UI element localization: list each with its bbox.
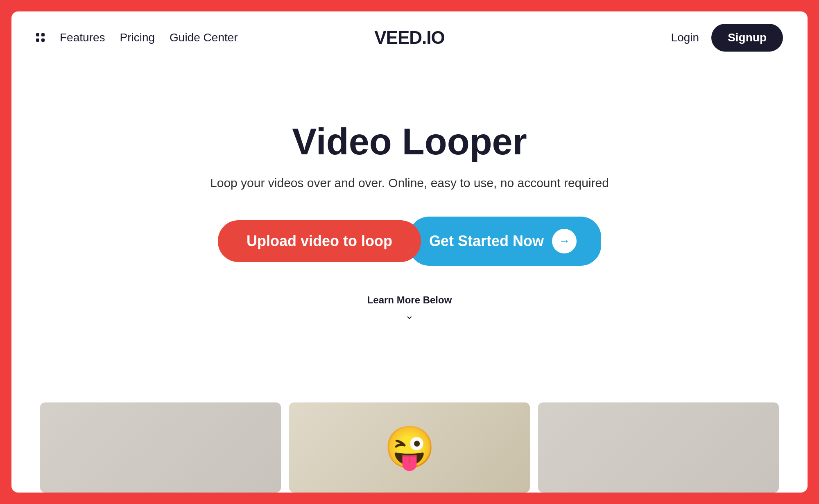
- learn-more: Learn More Below ⌄: [367, 294, 452, 321]
- thumbnails-row: 😜: [11, 402, 808, 493]
- thumbnail-right: [538, 402, 779, 493]
- thumbnail-center: 😜: [289, 402, 530, 493]
- dot-4: [41, 38, 45, 42]
- chevron-down-icon[interactable]: ⌄: [405, 310, 414, 321]
- hero-section: Video Looper Loop your videos over and o…: [11, 64, 808, 402]
- signup-button[interactable]: Signup: [711, 24, 783, 52]
- outer-frame: Features Pricing Guide Center VEED.IO Lo…: [0, 0, 819, 504]
- learn-more-text: Learn More Below: [367, 294, 452, 306]
- get-started-label: Get Started Now: [429, 233, 544, 250]
- login-button[interactable]: Login: [671, 31, 699, 44]
- site-logo[interactable]: VEED.IO: [374, 27, 445, 48]
- get-started-button[interactable]: Get Started Now →: [409, 217, 601, 266]
- emoji-balloon-icon: 😜: [384, 423, 435, 472]
- arrow-circle: →: [552, 229, 577, 253]
- arrow-right-icon: →: [559, 235, 570, 248]
- navbar: Features Pricing Guide Center VEED.IO Lo…: [11, 11, 808, 64]
- dot-3: [36, 38, 39, 42]
- thumbnail-left: [40, 402, 281, 493]
- hero-subtitle: Loop your videos over and over. Online, …: [210, 174, 609, 192]
- inner-card: Features Pricing Guide Center VEED.IO Lo…: [11, 11, 808, 493]
- hero-title: Video Looper: [292, 122, 527, 162]
- upload-button[interactable]: Upload video to loop: [218, 220, 421, 262]
- nav-left: Features Pricing Guide Center: [36, 31, 238, 44]
- nav-guide-center[interactable]: Guide Center: [170, 31, 238, 44]
- cta-container: Upload video to loop Get Started Now →: [218, 217, 601, 266]
- nav-features[interactable]: Features: [60, 31, 105, 44]
- dot-1: [36, 33, 39, 36]
- dot-2: [41, 33, 45, 36]
- nav-right: Login Signup: [671, 24, 783, 52]
- grid-dots-icon[interactable]: [36, 33, 45, 42]
- nav-pricing[interactable]: Pricing: [120, 31, 155, 44]
